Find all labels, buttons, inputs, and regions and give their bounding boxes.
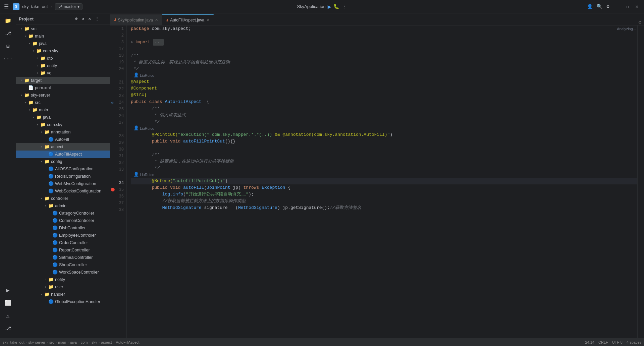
tree-new-icon[interactable]: ⊕ bbox=[74, 15, 79, 22]
tree-item-globalexception[interactable]: › 🔵 GlobalExceptionHandler bbox=[16, 298, 110, 305]
breadcrumb-file[interactable]: AutoFillAspect bbox=[116, 340, 139, 344]
profile-icon[interactable]: 👤 bbox=[586, 3, 593, 10]
tree-item-entity[interactable]: › 📁 entity bbox=[16, 62, 110, 69]
tree-item-src2[interactable]: ▾ 📁 src bbox=[16, 99, 110, 106]
settings-icon[interactable]: ⚙ bbox=[606, 3, 610, 10]
tree-item-alioss[interactable]: › 🔵 AliOSSConfiguration bbox=[16, 165, 110, 173]
tab-close-icon[interactable]: ✕ bbox=[206, 18, 209, 22]
tree-item-com-sky[interactable]: ▾ 📁 com.sky bbox=[16, 47, 110, 55]
line-num-20: 20 bbox=[110, 66, 126, 72]
tab-autofillaspect[interactable]: J AutoFillAspect.java ✕ bbox=[162, 14, 214, 25]
tree-arrow: ▾ bbox=[39, 145, 44, 149]
encoding[interactable]: UTF-8 bbox=[612, 340, 623, 344]
folder-icon: 📁 bbox=[24, 26, 30, 32]
tab-settings-icon[interactable]: ⚙ bbox=[639, 19, 641, 25]
breadcrumb-java[interactable]: java bbox=[70, 340, 77, 344]
tab-close-icon[interactable]: ✕ bbox=[155, 18, 158, 22]
tree-item-target[interactable]: › 📁 target bbox=[16, 77, 110, 84]
tree-item-notify[interactable]: › 📁 nofity bbox=[16, 276, 110, 283]
tree-item-main[interactable]: ▾ 📁 main bbox=[16, 33, 110, 40]
sidebar-item-structure[interactable]: ⊞ bbox=[2, 40, 14, 52]
code-content[interactable]: package com.sky.aspect; ▶ import ... /** bbox=[127, 25, 637, 338]
tree-arrow: › bbox=[43, 278, 48, 282]
tree-refresh-icon[interactable]: ↺ bbox=[81, 15, 86, 22]
statusbar-right: 24:14 CRLF UTF-8 4 spaces bbox=[585, 340, 641, 344]
folder-icon: 📁 bbox=[44, 159, 50, 164]
tree-item-webmvc[interactable]: › 🔵 WebMvcConfiguration bbox=[16, 180, 110, 187]
tree-item-shop[interactable]: › 🔵 ShopController bbox=[16, 261, 110, 269]
tree-item-setmeal[interactable]: › 🔵 SetmealController bbox=[16, 254, 110, 261]
tree-item-java[interactable]: ▾ 📁 java bbox=[16, 40, 110, 47]
plain-text: ) bbox=[225, 178, 228, 184]
tree-item-websocket[interactable]: › 🔵 WebSocketConfiguration bbox=[16, 187, 110, 195]
analyzing-status: Analyzing... bbox=[617, 27, 636, 31]
folder-icon: 📁 bbox=[24, 93, 30, 98]
tree-item-dish[interactable]: › 🔵 DishController bbox=[16, 224, 110, 232]
tree-item-autofill[interactable]: › 🔵 AutoFill bbox=[16, 136, 110, 143]
java-file-icon: 🔵 bbox=[48, 152, 54, 157]
tree-item-src[interactable]: ▾ 📁 src bbox=[16, 25, 110, 33]
tree-item-autofillaspect[interactable]: › 🔵 AutoFillAspect bbox=[16, 151, 110, 158]
hamburger-menu-icon[interactable]: ☰ bbox=[3, 3, 10, 11]
tree-item-user-folder[interactable]: › 📁 user bbox=[16, 283, 110, 291]
search-icon[interactable]: 🔍 bbox=[596, 3, 603, 10]
cursor-position[interactable]: 24:14 bbox=[585, 340, 595, 344]
sidebar-item-run[interactable]: ▶ bbox=[2, 284, 14, 296]
tab-skyapplication[interactable]: J SkyApplication.java ✕ bbox=[110, 14, 162, 25]
close-button[interactable]: ✕ bbox=[633, 3, 641, 10]
tree-item-annotation[interactable]: ▾ 📁 annotation bbox=[16, 128, 110, 136]
code-line-22: @Component bbox=[131, 85, 637, 92]
tree-item-main2[interactable]: ▾ 📁 main bbox=[16, 106, 110, 114]
sidebar-item-project[interactable]: 📁 bbox=[2, 15, 14, 27]
debug-button[interactable]: 🐛 bbox=[333, 4, 339, 9]
tree-item-admin[interactable]: ▾ 📁 admin bbox=[16, 202, 110, 210]
sidebar-item-more[interactable]: ··· bbox=[2, 53, 14, 65]
sidebar-item-problems[interactable]: ⚠ bbox=[2, 310, 14, 322]
plain-text bbox=[272, 131, 275, 138]
tree-item-order[interactable]: › 🔵 OrderController bbox=[16, 239, 110, 246]
breadcrumb-sky[interactable]: sky bbox=[92, 340, 97, 344]
tree-item-common[interactable]: › 🔵 CommonController bbox=[16, 217, 110, 224]
tree-item-pom[interactable]: › 📄 pom.xml bbox=[16, 84, 110, 92]
sidebar-item-git[interactable]: ⎇ bbox=[2, 27, 14, 40]
more-actions-icon[interactable]: ⋮ bbox=[341, 3, 347, 10]
tree-item-category[interactable]: › 🔵 CategoryController bbox=[16, 210, 110, 217]
tree-label: ShopController bbox=[59, 263, 87, 267]
tree-item-aspect[interactable]: ▾ 📁 aspect bbox=[16, 143, 110, 151]
tree-item-dto[interactable]: › 📁 dto bbox=[16, 55, 110, 62]
breadcrumb-src[interactable]: src bbox=[49, 340, 54, 344]
maximize-button[interactable]: □ bbox=[624, 3, 631, 10]
tree-close-icon[interactable]: ✕ bbox=[87, 15, 92, 22]
tree-item-redis[interactable]: › 🔵 RedisConfiguration bbox=[16, 173, 110, 180]
line-ending[interactable]: CRLF bbox=[598, 340, 608, 344]
tree-item-handler[interactable]: ▾ 📁 handler bbox=[16, 291, 110, 298]
collapse-icon[interactable]: ▶ bbox=[131, 39, 133, 46]
tree-item-vo[interactable]: › 📁 vo bbox=[16, 69, 110, 77]
run-button[interactable]: ▶ bbox=[328, 3, 331, 10]
tree-collapse-icon[interactable]: — bbox=[102, 16, 107, 22]
branch-selector[interactable]: ⎇ master ▾ bbox=[55, 3, 83, 10]
tree-item-com-sky2[interactable]: ▾ 📁 com.sky bbox=[16, 121, 110, 128]
tree-item-java2[interactable]: ▾ 📁 java bbox=[16, 114, 110, 121]
breadcrumb-module[interactable]: sky-server bbox=[29, 340, 46, 344]
tree-item-report[interactable]: › 🔵 ReportController bbox=[16, 246, 110, 254]
tree-item-config[interactable]: ▾ 📁 config bbox=[16, 158, 110, 165]
tree-more-icon[interactable]: ⋮ bbox=[94, 15, 100, 22]
tree-item-employee[interactable]: › 🔵 EmployeeController bbox=[16, 232, 110, 239]
breadcrumb-main[interactable]: main bbox=[58, 340, 66, 344]
sidebar-item-vcs[interactable]: ⎇ bbox=[2, 323, 14, 335]
tree-item-sky-server[interactable]: ▾ 📁 sky-server bbox=[16, 92, 110, 99]
minimize-button[interactable]: — bbox=[613, 3, 622, 10]
indent-setting[interactable]: 4 spaces bbox=[627, 340, 641, 344]
sidebar-item-terminal[interactable]: ⬜ bbox=[2, 297, 14, 309]
breadcrumb-aspect[interactable]: aspect bbox=[101, 340, 112, 344]
class-name: AutoFillAspect bbox=[165, 99, 201, 105]
keyword: public bbox=[152, 138, 167, 145]
tree-arrow: ▾ bbox=[23, 101, 28, 105]
tree-item-controller[interactable]: ▾ 📁 controller bbox=[16, 195, 110, 202]
code-line-user1: 👤 LiuRuicc bbox=[131, 72, 637, 78]
tree-item-workspace[interactable]: › 🔵 WorkSpaceController bbox=[16, 269, 110, 276]
breadcrumb-com[interactable]: com bbox=[81, 340, 88, 344]
collapsed-import[interactable]: ... bbox=[153, 39, 163, 46]
breadcrumb-root[interactable]: sky_take_out bbox=[3, 340, 24, 344]
